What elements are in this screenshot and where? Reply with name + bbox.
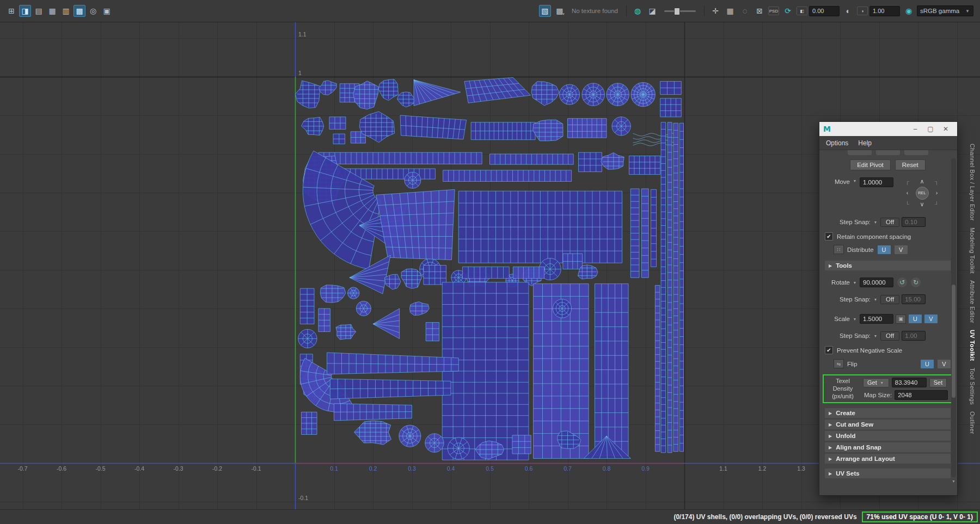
view-transform-value: sRGB gamma (920, 8, 959, 14)
chevron-down-icon: ▾ (561, 12, 566, 16)
display-grid-icon[interactable]: ▦ (46, 5, 58, 17)
rotate-ccw-button[interactable]: ↺ (897, 278, 907, 287)
rotate-snap-mode[interactable]: Off (880, 295, 899, 304)
section-arrange-and-layout[interactable]: ▶Arrange and Layout (825, 454, 951, 464)
uv-texture-image-icon[interactable]: ▤ (33, 5, 45, 17)
prevent-negative-scale-checkbox[interactable]: ✔ (825, 346, 833, 354)
scale-u-button[interactable]: U (909, 315, 922, 323)
gamma-field[interactable]: 1.00 (869, 6, 900, 16)
rotate-value-field[interactable] (860, 278, 893, 287)
section-label: Cut and Sew (836, 421, 873, 428)
panel-tab-uv-toolkit[interactable]: UV Toolkit (963, 330, 976, 361)
reset-button[interactable]: Reset (895, 159, 926, 170)
panel-tab-tool-settings[interactable]: Tool Settings (963, 368, 976, 405)
texel-get-dropdown-icon: ▾ (879, 380, 885, 385)
close-button[interactable]: ✕ (938, 122, 953, 136)
flip-v-button[interactable]: V (938, 360, 951, 368)
exposure-field[interactable]: 0.00 (809, 6, 840, 16)
color-management-icon[interactable]: ◉ (903, 5, 915, 17)
refresh-image-icon[interactable]: ⟳ (782, 5, 794, 17)
update-psd-networks-icon[interactable]: ◍ (632, 5, 644, 17)
scale-dropdown-icon[interactable]: ▾ (852, 317, 857, 322)
rotate-cw-button[interactable]: ↻ (911, 278, 921, 287)
distribute-u-button[interactable]: U (878, 245, 891, 254)
clipped-button (876, 150, 900, 155)
panel-tab-outliner[interactable]: Outliner (963, 411, 976, 434)
scrollbar-thumb[interactable] (952, 285, 955, 398)
section-create[interactable]: ▶Create (825, 408, 951, 418)
panel-tab-attribute-editor[interactable]: Attribute Editor (963, 280, 976, 323)
minimize-button[interactable]: – (908, 122, 923, 136)
retain-spacing-checkbox[interactable]: ✔ (825, 232, 833, 241)
rotate-dropdown-icon[interactable]: ▾ (852, 280, 857, 285)
move-snap-mode[interactable]: Off (880, 218, 899, 227)
flip-label: Flip (847, 361, 857, 367)
move-corner-tl-button[interactable]: ┌ (905, 179, 909, 184)
isolate-select-icon[interactable]: ✛ (709, 5, 721, 17)
move-dropdown-icon[interactable]: ▾ (852, 178, 857, 183)
move-snap-dropdown-icon[interactable]: ▾ (873, 220, 878, 225)
toolbar-right-group: ▧▩▾No texture found◍◪✛▦◌⊠PSD⟳◧0.00◐◑1.00… (539, 5, 975, 17)
move-corner-tr-button[interactable]: ┐ (935, 179, 939, 184)
dim-image-icon[interactable]: ◪ (646, 5, 658, 17)
texel-set-button[interactable]: Set (929, 378, 947, 387)
collapse-arrow-icon: ▶ (829, 471, 832, 476)
uv-snapshot-icon[interactable]: ▣ (101, 5, 113, 17)
texel-get-button[interactable]: Get ▾ (863, 378, 889, 387)
exposure-field-group: ◧0.00 (797, 6, 840, 16)
move-left-button[interactable]: ‹ (906, 190, 909, 196)
layout-quad-view-icon[interactable]: ⊞ (5, 5, 17, 17)
texture-borders-icon[interactable]: ▩ (74, 5, 85, 17)
scale-snap-dropdown-icon[interactable]: ▾ (873, 334, 878, 338)
maximize-button[interactable]: ▢ (923, 122, 938, 136)
move-relative-button[interactable]: REL (916, 187, 929, 200)
menu-help[interactable]: Help (858, 139, 872, 147)
section-tools[interactable]: ▶ Tools (825, 261, 951, 270)
checker-map-icon[interactable]: ▩▾ (554, 5, 566, 17)
move-corner-bl-button[interactable]: └ (905, 202, 909, 207)
panel-tab-channel-box-layer-editor[interactable]: Channel Box / Layer Editor (963, 144, 976, 221)
view-grid-icon[interactable]: ▦ (724, 5, 736, 17)
move-corner-br-button[interactable]: ┘ (935, 202, 939, 207)
layout-persp-uv-icon[interactable]: ◨ (19, 5, 31, 17)
image-dim-slider-thumb[interactable] (674, 8, 680, 15)
move-right-button[interactable]: › (936, 190, 938, 196)
scrollbar-down-button[interactable]: ▼ (951, 478, 956, 485)
collapse-arrow-icon: ▶ (829, 445, 832, 450)
texel-density-field[interactable] (892, 378, 927, 387)
scale-tool-icon[interactable]: ▣ (896, 315, 906, 324)
map-size-field[interactable] (895, 390, 948, 400)
texture-display-icon[interactable]: ▧ (539, 5, 551, 17)
window-titlebar[interactable]: M – ▢ ✕ (819, 122, 957, 136)
flip-icon: ⇋ (834, 359, 844, 368)
section-uv-sets[interactable]: ▶UV Sets (825, 468, 951, 478)
docked-panel-tabs: Channel Box / Layer EditorModeling Toolk… (963, 144, 976, 434)
distribute-v-button[interactable]: V (895, 245, 908, 254)
scale-value-field[interactable] (860, 314, 893, 324)
pixel-snap-icon[interactable]: ▥ (60, 5, 72, 17)
section-align-and-snap[interactable]: ▶Align and Snap (825, 442, 951, 452)
section-cut-and-sew[interactable]: ▶Cut and Sew (825, 420, 951, 429)
move-value-field[interactable] (860, 177, 893, 187)
psd-icon[interactable]: PSD (768, 7, 779, 15)
scale-v-button[interactable]: V (924, 315, 938, 323)
section-label: Create (836, 410, 855, 416)
section-unfold[interactable]: ▶Unfold (825, 431, 951, 441)
panel-scrollbar[interactable] (951, 158, 956, 477)
rotate-snap-value-field (902, 294, 926, 304)
collapse-arrow-icon: ▶ (829, 457, 832, 461)
scale-snap-mode[interactable]: Off (880, 331, 899, 341)
shaded-uvs-icon[interactable]: ◌ (739, 5, 751, 17)
frame-selection-icon[interactable]: ◎ (87, 5, 99, 17)
view-transform-select[interactable]: sRGB gamma▾ (917, 5, 973, 16)
flip-u-button[interactable]: U (921, 360, 934, 368)
move-down-button[interactable]: ∨ (920, 201, 924, 207)
menu-options[interactable]: Options (826, 139, 848, 147)
move-up-button[interactable]: ∧ (920, 178, 924, 184)
rotate-snap-dropdown-icon[interactable]: ▾ (873, 297, 878, 302)
distortion-display-icon[interactable]: ⊠ (754, 5, 765, 17)
edit-pivot-button[interactable]: Edit Pivot (850, 159, 891, 170)
contrast-icon[interactable]: ◐ (842, 5, 854, 17)
panel-tab-modeling-toolkit[interactable]: Modeling Toolkit (963, 227, 976, 274)
image-dim-slider[interactable] (664, 10, 696, 12)
